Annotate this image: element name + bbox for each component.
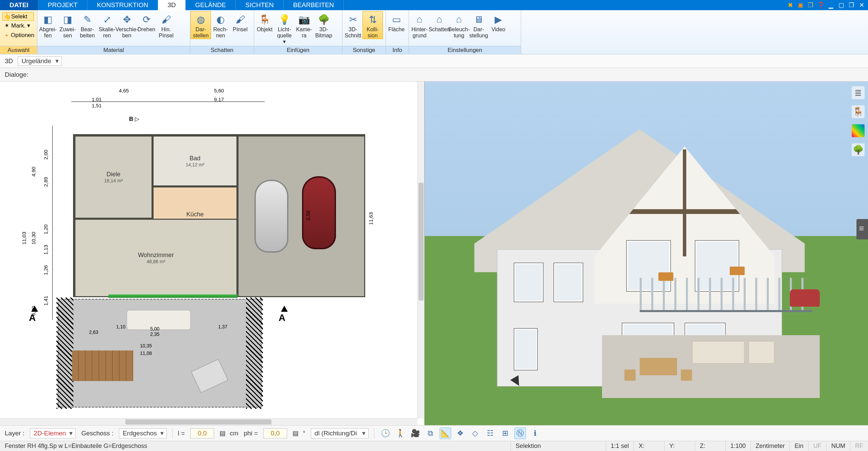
scroll-thumb-h[interactable] — [125, 419, 271, 425]
geschoss-dropdown[interactable]: Erdgeschos — [119, 428, 166, 438]
menu-tab-konstruktion[interactable]: KONSTRUKTION — [87, 0, 158, 10]
phi-stepper[interactable]: ▤ — [293, 429, 297, 437]
section-tri-right — [281, 306, 288, 312]
tree-icon[interactable]: 🌳 — [852, 143, 865, 156]
grid-icon[interactable]: ⊞ — [499, 428, 511, 439]
l-unit: cm — [230, 430, 238, 437]
window-icon[interactable]: ▣ — [796, 1, 805, 9]
dl-dropdown[interactable]: dl (Richtung/Di — [311, 428, 369, 438]
room-diele[interactable]: Diele 18,14 m² — [74, 136, 153, 219]
person-icon[interactable]: 🚶 — [395, 428, 406, 439]
floorplan-canvas[interactable]: 4,65 5,60 1,01 9,17 1,51 B ▷ 4,90 10,30 … — [14, 82, 414, 415]
clock-icon[interactable]: 🕒 — [380, 428, 391, 439]
l-stepper[interactable]: ▤ — [219, 429, 224, 437]
skalieren-button[interactable]: ⤢Skalie-ren — [97, 12, 117, 39]
floorplan-pane[interactable]: 4,65 5,60 1,01 9,17 1,51 B ▷ 4,90 10,30 … — [0, 82, 425, 425]
abgreifen-button[interactable]: ◧Abgrei-fen — [38, 12, 58, 39]
close-icon[interactable]: ✕ — [857, 1, 866, 9]
help-icon[interactable]: ❓ — [816, 1, 825, 9]
video-button[interactable]: ▶Video — [489, 12, 508, 39]
mark-button[interactable]: ✶Mark. ▾ — [2, 21, 34, 30]
kamera-button[interactable]: 📷Kame-ra — [294, 12, 314, 39]
side-panel-handle[interactable] — [856, 219, 868, 239]
balcony-3d — [640, 278, 812, 312]
menu-tab-bearbeiten[interactable]: BEARBEITEN — [284, 0, 344, 10]
3dbitmap-button[interactable]: 🌳3D-Bitmap — [314, 12, 334, 39]
terrain-dropdown[interactable]: Urgelände — [18, 56, 62, 66]
optionen-button[interactable]: ＋Optionen — [2, 31, 34, 40]
bearbeiten-button[interactable]: ✎Bear-beiten — [77, 12, 97, 39]
dim-li-4: 1,26 — [43, 265, 49, 275]
menu-tab-sichten[interactable]: SICHTEN — [236, 0, 283, 10]
menu-tab-3d[interactable]: 3D — [158, 0, 185, 10]
garage-dim-seg: 2,58 — [305, 210, 311, 220]
kamera-label: Kame-ra — [296, 26, 312, 39]
maximize-icon[interactable]: ▢ — [837, 1, 846, 9]
copy-icon[interactable]: ⧉ — [425, 428, 436, 439]
menu-tab-datei[interactable]: DATEI — [0, 0, 38, 10]
material-caption: Material — [37, 46, 190, 54]
layer-dropdown[interactable]: 2D-Elemen — [30, 428, 76, 438]
selekt-label: Selekt — [11, 13, 27, 20]
section-a-right: A — [279, 312, 285, 323]
tool-icon[interactable]: ✖ — [786, 1, 795, 9]
ribbon-group-sonstige: ✂3D-Schnitt⇅Kolli-sion Sonstige — [342, 10, 386, 54]
angle-icon[interactable]: 📐 — [440, 428, 451, 439]
mark-label: Mark. ▾ — [11, 22, 30, 29]
selekt-button[interactable]: 👆Selekt — [2, 12, 34, 21]
abgreifen-label: Abgrei-fen — [39, 26, 57, 39]
dim-top-1: 5,60 — [214, 88, 224, 93]
menu-tab-gelaende[interactable]: GELÄNDE — [185, 0, 236, 10]
3dschnitt-button[interactable]: ✂3D-Schnitt — [343, 12, 363, 39]
chair-icon[interactable]: 🪑 — [852, 105, 865, 118]
ribbon-group-material: ◧Abgrei-fen◨Zuwei-sen✎Bear-beiten⤢Skalie… — [37, 10, 190, 54]
3d-view-pane[interactable]: ≣ 🪑 . 🌳 — [425, 82, 868, 425]
darstellen-label: Dar-stellen — [193, 26, 209, 39]
zuweisen-button[interactable]: ◨Zuwei-sen — [58, 12, 77, 39]
garage-car-3d — [790, 289, 820, 307]
palette-icon[interactable]: . — [852, 124, 865, 137]
info-icon[interactable]: ℹ — [529, 428, 541, 439]
einstellungen-caption: Einstellungen — [409, 46, 521, 54]
schatten2-button[interactable]: ⌂Schatten — [429, 12, 449, 39]
camera-icon[interactable]: 🎥 — [410, 428, 421, 439]
layers-icon[interactable]: ≣ — [852, 86, 865, 99]
verschieben-button[interactable]: ✥Verschie-ben — [117, 12, 137, 39]
room-wohnzimmer[interactable]: Wohnzimmer 48,86 m² — [74, 219, 237, 297]
l-value: 0,0 — [198, 430, 207, 437]
north-icon[interactable]: Ⓝ — [514, 428, 526, 439]
kollision-button[interactable]: ⇅Kolli-sion — [363, 12, 383, 39]
room-bad[interactable]: Bad 14,12 m² — [153, 136, 237, 186]
rechnen-button[interactable]: ◐Rech-nen — [211, 12, 230, 39]
menu-tab-projekt[interactable]: PROJEKT — [38, 0, 88, 10]
scroll-thumb-v[interactable] — [419, 183, 424, 301]
hintergrund-button[interactable]: ⌂Hinter-grund — [410, 12, 429, 39]
restore-icon[interactable]: ❐ — [847, 1, 856, 9]
3d-toolstrip: ≣ 🪑 . 🌳 — [851, 86, 865, 156]
ribbon-group-einfuegen: 🪑Objekt💡Licht-quelle ▾📷Kame-ra🌳3D-Bitmap… — [254, 10, 342, 54]
status-sel: 1:1 sel — [606, 441, 634, 451]
darstellen-button[interactable]: ◍Dar-stellen — [191, 12, 211, 39]
optionen-label: Optionen — [11, 32, 34, 39]
pinsel-button[interactable]: 🖌Pinsel — [230, 12, 250, 39]
flaeche-button[interactable]: ▭Fläche — [387, 12, 406, 39]
l-input[interactable]: 0,0 — [190, 428, 214, 438]
layers2-icon[interactable]: ❖ — [455, 428, 466, 439]
minimize-icon[interactable]: ▁ — [827, 1, 835, 9]
objekt-button[interactable]: 🪑Objekt — [255, 12, 274, 39]
status-uf: UF — [809, 441, 827, 451]
drehen-button[interactable]: ⟳Drehen — [137, 12, 156, 39]
phi-input[interactable]: 0,0 — [263, 428, 287, 438]
floorplan-scroll-h[interactable] — [0, 418, 418, 425]
hinpinsel-button[interactable]: 🖌Hin.Pinsel — [156, 12, 176, 39]
floorplan-scroll-v[interactable] — [418, 82, 424, 418]
stack-icon[interactable]: ☷ — [484, 428, 496, 439]
darstellung-button[interactable]: 🖥Dar-stellung — [469, 12, 489, 39]
beleuchtung-button[interactable]: ⌂Beleuch-tung — [449, 12, 469, 39]
ribbon-group-schatten: ◍Dar-stellen◐Rech-nen🖌Pinsel Schatten — [190, 10, 254, 54]
terrace-outline[interactable]: 2,63 1,10 5,00 2,35 1,37 10,35 11,08 — [58, 299, 262, 408]
beleuchtung-label: Beleuch-tung — [448, 26, 470, 39]
lichtquelle-button[interactable]: 💡Licht-quelle ▾ — [274, 12, 294, 45]
layers-icon[interactable]: ❒ — [806, 1, 815, 9]
diamond-icon[interactable]: ◇ — [470, 428, 481, 439]
